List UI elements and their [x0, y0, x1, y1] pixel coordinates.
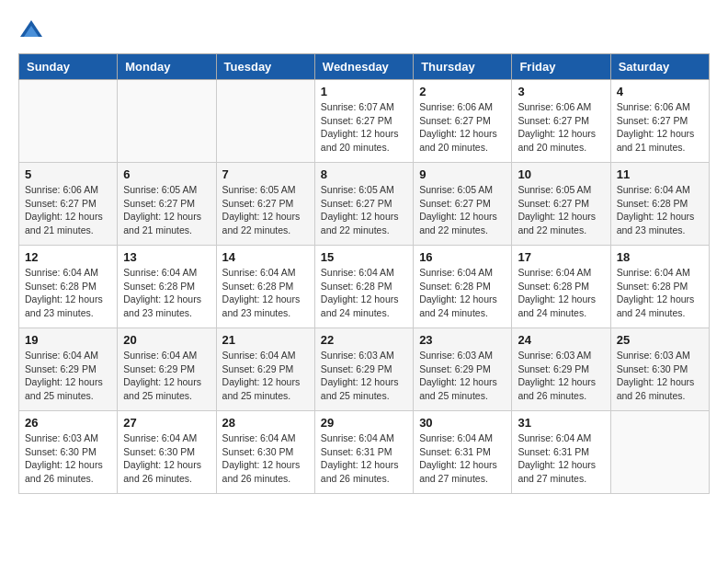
- day-info: Sunrise: 6:04 AM Sunset: 6:31 PM Dayligh…: [321, 431, 407, 486]
- column-header-wednesday: Wednesday: [314, 54, 413, 80]
- day-info: Sunrise: 6:07 AM Sunset: 6:27 PM Dayligh…: [321, 100, 407, 155]
- calendar-cell: 9Sunrise: 6:05 AM Sunset: 6:27 PM Daylig…: [414, 163, 512, 246]
- week-row-5: 26Sunrise: 6:03 AM Sunset: 6:30 PM Dayli…: [19, 411, 710, 494]
- day-info: Sunrise: 6:04 AM Sunset: 6:30 PM Dayligh…: [222, 431, 309, 486]
- column-header-sunday: Sunday: [19, 54, 118, 80]
- day-info: Sunrise: 6:03 AM Sunset: 6:29 PM Dayligh…: [419, 349, 506, 403]
- day-info: Sunrise: 6:04 AM Sunset: 6:28 PM Dayligh…: [25, 266, 111, 320]
- header-row: SundayMondayTuesdayWednesdayThursdayFrid…: [19, 54, 710, 80]
- day-info: Sunrise: 6:04 AM Sunset: 6:28 PM Dayligh…: [222, 266, 309, 320]
- day-info: Sunrise: 6:04 AM Sunset: 6:29 PM Dayligh…: [123, 349, 210, 403]
- day-info: Sunrise: 6:04 AM Sunset: 6:29 PM Dayligh…: [222, 349, 309, 403]
- column-header-thursday: Thursday: [414, 54, 512, 80]
- calendar-cell: 24Sunrise: 6:03 AM Sunset: 6:29 PM Dayli…: [512, 328, 610, 411]
- week-row-2: 5Sunrise: 6:06 AM Sunset: 6:27 PM Daylig…: [19, 163, 710, 246]
- day-number: 18: [617, 250, 703, 264]
- day-info: Sunrise: 6:03 AM Sunset: 6:29 PM Dayligh…: [518, 349, 604, 403]
- day-number: 13: [123, 250, 210, 264]
- calendar-cell: 7Sunrise: 6:05 AM Sunset: 6:27 PM Daylig…: [216, 163, 314, 246]
- day-number: 2: [419, 85, 506, 98]
- day-info: Sunrise: 6:04 AM Sunset: 6:31 PM Dayligh…: [419, 431, 506, 486]
- day-number: 25: [617, 333, 703, 347]
- day-number: 15: [321, 250, 407, 264]
- day-number: 14: [222, 250, 309, 264]
- day-number: 27: [123, 416, 210, 430]
- day-info: Sunrise: 6:05 AM Sunset: 6:27 PM Dayligh…: [419, 183, 506, 237]
- calendar-cell: 17Sunrise: 6:04 AM Sunset: 6:28 PM Dayli…: [512, 246, 610, 328]
- calendar-cell: 3Sunrise: 6:06 AM Sunset: 6:27 PM Daylig…: [512, 80, 610, 163]
- day-number: 12: [25, 250, 111, 264]
- calendar-cell: 18Sunrise: 6:04 AM Sunset: 6:28 PM Dayli…: [610, 246, 709, 328]
- calendar-cell: 5Sunrise: 6:06 AM Sunset: 6:27 PM Daylig…: [19, 163, 118, 246]
- logo-icon: [18, 18, 44, 44]
- day-info: Sunrise: 6:04 AM Sunset: 6:28 PM Dayligh…: [518, 266, 604, 320]
- calendar-cell: 28Sunrise: 6:04 AM Sunset: 6:30 PM Dayli…: [216, 411, 314, 494]
- day-number: 9: [419, 167, 506, 181]
- day-number: 23: [419, 333, 506, 347]
- calendar-cell: [19, 80, 118, 163]
- day-number: 7: [222, 167, 309, 181]
- calendar-cell: 29Sunrise: 6:04 AM Sunset: 6:31 PM Dayli…: [314, 411, 413, 494]
- day-info: Sunrise: 6:04 AM Sunset: 6:28 PM Dayligh…: [617, 266, 703, 320]
- day-number: 31: [518, 416, 604, 430]
- calendar-cell: 27Sunrise: 6:04 AM Sunset: 6:30 PM Dayli…: [118, 411, 216, 494]
- column-header-friday: Friday: [512, 54, 610, 80]
- calendar-cell: 25Sunrise: 6:03 AM Sunset: 6:30 PM Dayli…: [610, 328, 709, 411]
- week-row-4: 19Sunrise: 6:04 AM Sunset: 6:29 PM Dayli…: [19, 328, 710, 411]
- day-number: 4: [617, 85, 703, 98]
- calendar-table: SundayMondayTuesdayWednesdayThursdayFrid…: [18, 53, 710, 494]
- calendar-cell: 8Sunrise: 6:05 AM Sunset: 6:27 PM Daylig…: [314, 163, 413, 246]
- calendar-cell: 11Sunrise: 6:04 AM Sunset: 6:28 PM Dayli…: [610, 163, 709, 246]
- calendar-cell: 20Sunrise: 6:04 AM Sunset: 6:29 PM Dayli…: [118, 328, 216, 411]
- calendar-cell: 23Sunrise: 6:03 AM Sunset: 6:29 PM Dayli…: [414, 328, 512, 411]
- day-info: Sunrise: 6:06 AM Sunset: 6:27 PM Dayligh…: [25, 183, 111, 237]
- day-info: Sunrise: 6:04 AM Sunset: 6:29 PM Dayligh…: [25, 349, 111, 403]
- day-info: Sunrise: 6:06 AM Sunset: 6:27 PM Dayligh…: [518, 100, 604, 155]
- calendar-cell: 4Sunrise: 6:06 AM Sunset: 6:27 PM Daylig…: [610, 80, 709, 163]
- day-info: Sunrise: 6:03 AM Sunset: 6:30 PM Dayligh…: [617, 349, 703, 403]
- calendar-cell: [610, 411, 709, 494]
- day-info: Sunrise: 6:04 AM Sunset: 6:31 PM Dayligh…: [518, 431, 604, 486]
- day-number: 11: [617, 167, 703, 181]
- calendar-cell: 15Sunrise: 6:04 AM Sunset: 6:28 PM Dayli…: [314, 246, 413, 328]
- day-info: Sunrise: 6:05 AM Sunset: 6:27 PM Dayligh…: [222, 183, 309, 237]
- day-info: Sunrise: 6:04 AM Sunset: 6:28 PM Dayligh…: [321, 266, 407, 320]
- day-number: 19: [25, 333, 111, 347]
- day-info: Sunrise: 6:03 AM Sunset: 6:29 PM Dayligh…: [321, 349, 407, 403]
- calendar-cell: 31Sunrise: 6:04 AM Sunset: 6:31 PM Dayli…: [512, 411, 610, 494]
- day-number: 21: [222, 333, 309, 347]
- calendar-cell: 10Sunrise: 6:05 AM Sunset: 6:27 PM Dayli…: [512, 163, 610, 246]
- calendar-cell: 30Sunrise: 6:04 AM Sunset: 6:31 PM Dayli…: [414, 411, 512, 494]
- day-number: 30: [419, 416, 506, 430]
- calendar-cell: 22Sunrise: 6:03 AM Sunset: 6:29 PM Dayli…: [314, 328, 413, 411]
- day-number: 22: [321, 333, 407, 347]
- day-number: 8: [321, 167, 407, 181]
- week-row-1: 1Sunrise: 6:07 AM Sunset: 6:27 PM Daylig…: [19, 80, 710, 163]
- day-number: 3: [518, 85, 604, 98]
- calendar-cell: 12Sunrise: 6:04 AM Sunset: 6:28 PM Dayli…: [19, 246, 118, 328]
- calendar-cell: 6Sunrise: 6:05 AM Sunset: 6:27 PM Daylig…: [118, 163, 216, 246]
- logo: [18, 18, 48, 44]
- column-header-monday: Monday: [118, 54, 216, 80]
- calendar-cell: [216, 80, 314, 163]
- day-info: Sunrise: 6:06 AM Sunset: 6:27 PM Dayligh…: [617, 100, 703, 155]
- column-header-saturday: Saturday: [610, 54, 709, 80]
- column-header-tuesday: Tuesday: [216, 54, 314, 80]
- day-info: Sunrise: 6:03 AM Sunset: 6:30 PM Dayligh…: [25, 431, 111, 486]
- day-info: Sunrise: 6:05 AM Sunset: 6:27 PM Dayligh…: [321, 183, 407, 237]
- day-number: 10: [518, 167, 604, 181]
- day-number: 17: [518, 250, 604, 264]
- day-number: 1: [321, 85, 407, 98]
- day-info: Sunrise: 6:04 AM Sunset: 6:28 PM Dayligh…: [617, 183, 703, 237]
- day-info: Sunrise: 6:04 AM Sunset: 6:28 PM Dayligh…: [123, 266, 210, 320]
- calendar-cell: 1Sunrise: 6:07 AM Sunset: 6:27 PM Daylig…: [314, 80, 413, 163]
- calendar-cell: 13Sunrise: 6:04 AM Sunset: 6:28 PM Dayli…: [118, 246, 216, 328]
- day-info: Sunrise: 6:04 AM Sunset: 6:28 PM Dayligh…: [419, 266, 506, 320]
- day-info: Sunrise: 6:06 AM Sunset: 6:27 PM Dayligh…: [419, 100, 506, 155]
- week-row-3: 12Sunrise: 6:04 AM Sunset: 6:28 PM Dayli…: [19, 246, 710, 328]
- calendar-cell: 21Sunrise: 6:04 AM Sunset: 6:29 PM Dayli…: [216, 328, 314, 411]
- day-number: 6: [123, 167, 210, 181]
- day-number: 5: [25, 167, 111, 181]
- day-number: 28: [222, 416, 309, 430]
- day-info: Sunrise: 6:05 AM Sunset: 6:27 PM Dayligh…: [518, 183, 604, 237]
